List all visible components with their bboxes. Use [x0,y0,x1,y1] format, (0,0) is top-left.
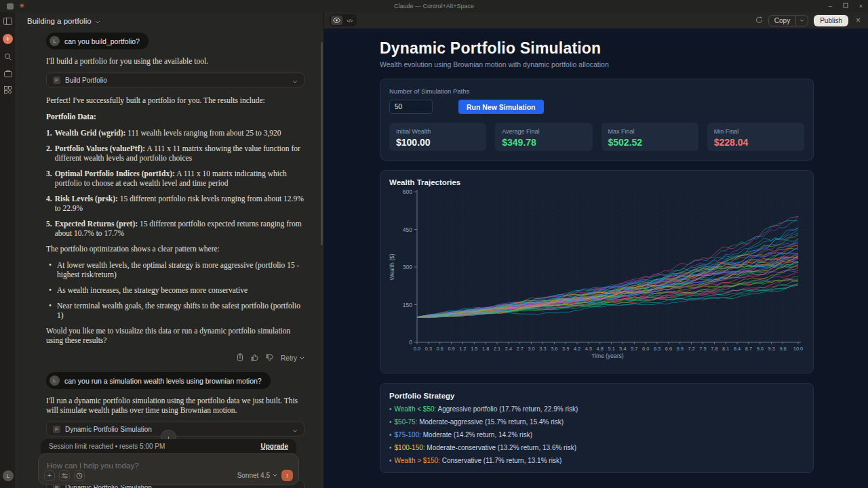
svg-text:0.0: 0.0 [414,346,420,352]
stat-average-final: Average Final $349.78 [495,123,592,151]
svg-text:7.5: 7.5 [699,346,706,352]
list-item: 4.Risk Levels (prsk): 15 different portf… [46,194,304,213]
svg-text:5.1: 5.1 [608,346,614,352]
svg-text:8.1: 8.1 [722,346,729,352]
wealth-trajectories-chart: 01503004506000.00.30.60.91.21.51.82.12.4… [387,186,806,368]
svg-text:3.9: 3.9 [562,346,569,352]
tool-badge-icon: P [53,77,60,84]
close-button[interactable]: × [859,3,863,9]
chat-title: Building a portfolio [27,17,92,25]
stat-initial-wealth: Initial Wealth $100.00 [389,123,486,151]
svg-text:10.0: 10.0 [793,346,803,352]
minimize-button[interactable]: – [829,3,832,9]
chevron-down-icon[interactable] [292,74,298,86]
artifact-title: Dynamic Portfolio Simulation [380,39,868,58]
code-view-icon[interactable]: </> [344,16,355,25]
svg-text:0.3: 0.3 [425,346,432,352]
svg-text:8.4: 8.4 [734,346,741,352]
svg-text:9.6: 9.6 [779,346,786,352]
svg-text:0: 0 [409,339,412,346]
chat-header[interactable]: Building a portfolio [16,12,323,30]
attach-button[interactable]: + [44,470,55,481]
list-item: 1.Wealth Grid (wgrid): 111 wealth levels… [46,128,304,138]
strategy-title: Portfolio Strategy [389,392,804,400]
paths-input[interactable] [389,100,433,114]
svg-text:5.4: 5.4 [619,346,626,352]
tools-button[interactable] [59,470,70,481]
svg-text:8.7: 8.7 [745,346,752,352]
svg-text:6.0: 6.0 [642,346,649,352]
portfolio-data-list: 1.Wealth Grid (wgrid): 111 wealth levels… [46,128,304,238]
svg-text:2.4: 2.4 [505,346,512,352]
chart-title: Wealth Trajectories [389,178,806,186]
svg-text:4.5: 4.5 [585,346,592,352]
copy-button[interactable]: Copy [769,17,795,24]
message-actions: Retry [46,352,304,364]
maximize-button[interactable] [843,3,848,9]
svg-text:Wealth ($): Wealth ($) [389,253,395,280]
svg-text:9.0: 9.0 [757,346,764,352]
svg-text:9.3: 9.3 [768,346,775,352]
assistant-message: Perfect! I've successfully built a portf… [46,96,304,105]
projects-icon[interactable] [4,70,12,77]
new-chat-button[interactable]: + [3,34,13,44]
thumbs-up-icon[interactable] [251,352,258,364]
retry-button[interactable]: Retry [281,354,304,362]
upgrade-link[interactable]: Upgrade [260,443,288,450]
composer[interactable]: + Sonnet 4.5 ↑ [38,453,299,485]
tool-card-build-portfolio[interactable]: P Build Portfolio [46,73,304,87]
chat-scrollbar[interactable] [321,42,323,245]
svg-text:7.2: 7.2 [688,346,694,352]
list-item: 3.Optimal Portfolio Indices (portIdx): A… [46,169,304,188]
history-button[interactable] [74,470,85,481]
svg-text:3.0: 3.0 [528,346,534,352]
view-toggle[interactable]: </> [330,14,357,26]
svg-text:2.1: 2.1 [494,346,500,352]
list-item: 2.Portfolio Values (valuePtf): A 111 x 1… [46,144,304,163]
svg-text:300: 300 [403,264,412,270]
message-input[interactable] [47,462,250,470]
assistant-message: I'll run a dynamic portfolio simulation … [46,396,304,415]
svg-text:1.8: 1.8 [482,346,489,352]
list-item: •At lower wealth levels, the optimal str… [46,260,304,279]
chevron-down-icon[interactable] [292,423,298,435]
thumbs-down-icon[interactable] [266,352,273,364]
svg-text:450: 450 [403,226,412,233]
svg-text:Time (years): Time (years) [591,352,624,359]
search-icon[interactable] [4,53,12,61]
wealth-trajectories-card: Wealth Trajectories 01503004506000.00.30… [380,170,814,373]
svg-text:3.6: 3.6 [551,346,557,352]
pattern-bullets: •At lower wealth levels, the optimal str… [46,260,304,320]
tool-badge-icon: P [53,426,60,433]
send-button[interactable]: ↑ [281,470,293,481]
session-limit-text: Session limit reached • resets 5:00 PM [49,443,165,450]
user-avatar[interactable]: L [3,470,14,481]
copy-icon[interactable] [237,352,243,364]
svg-text:5.7: 5.7 [631,346,637,352]
user-message: L can you build_portfolio? [46,33,149,49]
run-simulation-button[interactable]: Run New Simulation [458,100,544,114]
copy-menu-caret[interactable] [796,19,808,22]
refresh-icon[interactable] [755,14,763,26]
chat-panel: Building a portfolio L can you build_por… [16,12,324,488]
close-artifact-icon[interactable]: × [854,16,863,25]
simulation-controls-card: Number of Simulation Paths Run New Simul… [380,79,814,161]
avatar: L [50,36,60,46]
svg-text:6.3: 6.3 [654,346,660,352]
strategy-item: •Wealth > $150: Conservative (11.7% retu… [389,457,804,464]
chevron-down-icon [95,17,100,25]
list-item: 5.Expected Returns (pret): 15 different … [46,219,304,238]
publish-button[interactable]: Publish [814,15,848,26]
assistant-message: Would you like me to visualize this data… [46,326,304,345]
preview-eye-icon[interactable] [331,16,342,25]
model-selector[interactable]: Sonnet 4.5 [237,472,277,479]
assistant-message: The portfolio optimization shows a clear… [46,244,304,253]
stat-min-final: Min Final $228.04 [707,123,804,151]
strategy-item: •$50-75: Moderate-aggressive (15.7% retu… [389,418,804,426]
sidebar-toggle-icon[interactable] [3,18,12,25]
stats-row: Initial Wealth $100.00 Average Final $34… [389,123,804,151]
svg-text:4.2: 4.2 [574,346,580,352]
list-item: •Near terminal wealth goals, the strateg… [46,301,304,320]
left-rail: + L [0,12,16,488]
apps-grid-icon[interactable] [4,86,12,94]
